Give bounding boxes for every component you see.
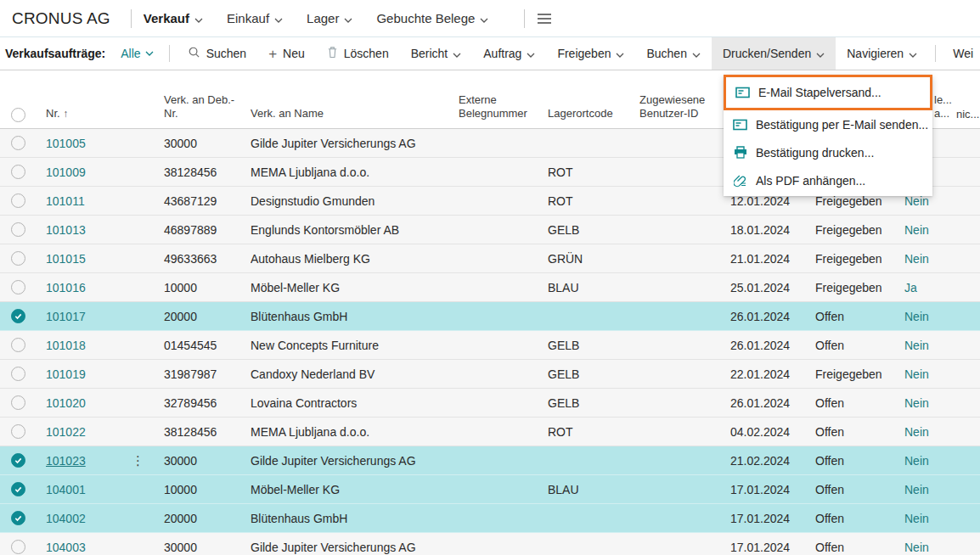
location-code[interactable]: ROT (548, 425, 573, 439)
delete-button[interactable]: Löschen (316, 37, 400, 70)
row-checkbox[interactable] (11, 482, 25, 496)
order-number-link[interactable]: 104003 (46, 541, 86, 554)
customer-number[interactable]: 31987987 (164, 367, 217, 381)
search-button[interactable]: Suchen (177, 37, 257, 70)
customer-number[interactable]: 38128456 (164, 425, 217, 439)
nav-item-verkauf[interactable]: Verkauf (144, 11, 203, 25)
column-header-nr[interactable]: Nr. ↑ (34, 107, 132, 128)
row-checkbox[interactable] (11, 395, 25, 410)
table-row[interactable]: 104001 ⋮ 10000 Möbel-Meller KG BLAU 17.0… (0, 475, 980, 504)
menu-freigeben[interactable]: Freigeben (546, 37, 635, 70)
flag-value[interactable]: Nein (904, 512, 929, 525)
nav-item-einkauf[interactable]: Einkauf (227, 11, 283, 25)
flag-value[interactable]: Nein (904, 425, 929, 439)
customer-number[interactable]: 20000 (164, 512, 197, 525)
flag-value[interactable]: Nein (904, 367, 929, 381)
table-row[interactable]: 101013 ⋮ 46897889 Englunds Kontorsmöbler… (0, 216, 980, 244)
flag-value[interactable]: Nein (904, 252, 929, 266)
menu-bericht[interactable]: Bericht (400, 37, 473, 70)
row-checkbox[interactable] (11, 424, 25, 439)
location-code[interactable]: ROT (548, 165, 573, 179)
row-checkbox[interactable] (11, 251, 25, 266)
column-header-name[interactable]: Verk. an Name (251, 107, 459, 128)
row-checkbox[interactable] (11, 511, 25, 525)
order-number-link[interactable]: 101017 (46, 310, 86, 323)
row-checkbox[interactable] (11, 193, 25, 208)
order-number-link[interactable]: 101022 (46, 425, 86, 439)
table-row[interactable]: 104003 ⋮ 30000 Gilde Jupiter Versicherun… (0, 533, 980, 555)
row-checkbox[interactable] (11, 453, 25, 468)
customer-number[interactable]: 38128456 (164, 165, 217, 179)
menu-drucken-senden[interactable]: Drucken/Senden (712, 37, 836, 70)
customer-number[interactable]: 49633663 (164, 252, 217, 266)
column-header-debnr[interactable]: Verk. an Deb.-Nr. (164, 93, 251, 129)
table-row[interactable]: 101015 ⋮ 49633663 Autohaus Mielberg KG G… (0, 244, 980, 273)
table-row[interactable]: 104002 ⋮ 20000 Blütenhaus GmbH 17.01.202… (0, 504, 980, 533)
location-code[interactable]: GELB (548, 367, 579, 381)
location-code[interactable]: GELB (548, 223, 579, 237)
customer-number[interactable]: 30000 (164, 454, 197, 468)
order-number-link[interactable]: 104002 (46, 512, 86, 525)
order-number-link[interactable]: 101016 (46, 281, 86, 294)
column-header-externe-belegnummer[interactable]: Externe Belegnummer (459, 93, 548, 129)
customer-number[interactable]: 10000 (164, 483, 197, 496)
customer-number[interactable]: 01454545 (164, 339, 217, 352)
flag-value[interactable]: Nein (904, 339, 929, 352)
flag-value[interactable]: Nein (904, 223, 929, 237)
row-checkbox[interactable] (11, 367, 25, 381)
column-header-truncated-1[interactable]: le... a... (934, 93, 952, 121)
order-number-link[interactable]: 101015 (46, 252, 86, 266)
location-code[interactable]: GRÜN (548, 252, 583, 266)
row-checkbox[interactable] (11, 309, 25, 323)
customer-number[interactable]: 10000 (164, 281, 197, 294)
menu-item-als-pdf-anhaengen[interactable]: Als PDF anhängen... (724, 166, 932, 194)
flag-value[interactable]: Nein (904, 454, 929, 468)
order-number-link[interactable]: 101013 (46, 223, 86, 237)
flag-value[interactable]: Nein (904, 483, 929, 496)
customer-number[interactable]: 30000 (164, 541, 197, 554)
nav-item-lager[interactable]: Lager (307, 11, 352, 25)
column-header-lagerortcode[interactable]: Lagerortcode (548, 107, 639, 128)
order-number-link[interactable]: 104001 (46, 483, 86, 496)
column-header-truncated-2[interactable]: nic... (956, 108, 979, 121)
table-row[interactable]: 101023 ⋮ 30000 Gilde Jupiter Versicherun… (0, 446, 980, 475)
flag-value[interactable]: Nein (904, 396, 929, 410)
location-code[interactable]: BLAU (548, 281, 579, 294)
customer-number[interactable]: 46897889 (164, 223, 217, 237)
order-number-link[interactable]: 101009 (46, 165, 86, 179)
row-checkbox[interactable] (11, 136, 25, 150)
new-button[interactable]: + Neu (257, 37, 316, 70)
customer-number[interactable]: 30000 (164, 137, 197, 150)
table-row[interactable]: 101019 ⋮ 31987987 Candoxy Nederland BV G… (0, 360, 980, 389)
flag-value[interactable]: Nein (904, 541, 929, 554)
flag-value[interactable]: Nein (904, 310, 929, 323)
row-checkbox[interactable] (11, 165, 25, 179)
table-row[interactable]: 101022 ⋮ 38128456 MEMA Ljubljana d.o.o. … (0, 418, 980, 446)
nav-item-gebuchte-belege[interactable]: Gebuchte Belege (376, 11, 488, 25)
location-code[interactable]: BLAU (548, 483, 579, 496)
customer-number[interactable]: 32789456 (164, 396, 217, 410)
order-number-link[interactable]: 101011 (46, 194, 85, 208)
more-options-button[interactable]: Wei (943, 37, 973, 70)
location-code[interactable]: ROT (548, 194, 573, 208)
order-number-link[interactable]: 101020 (46, 396, 86, 410)
order-number-link[interactable]: 101023 (46, 454, 86, 468)
menu-item-email-stapelversand[interactable]: E-Mail Stapelversand... (724, 75, 932, 110)
menu-navigieren[interactable]: Navigieren (836, 37, 928, 70)
location-code[interactable]: GELB (548, 339, 579, 352)
hamburger-menu-icon[interactable] (537, 13, 552, 25)
customer-number[interactable]: 43687129 (164, 194, 217, 208)
order-number-link[interactable]: 101005 (46, 137, 86, 150)
table-row[interactable]: 101018 ⋮ 01454545 New Concepts Furniture… (0, 331, 980, 360)
row-checkbox[interactable] (11, 338, 25, 352)
menu-buchen[interactable]: Buchen (635, 37, 711, 70)
view-filter-dropdown[interactable]: Alle (112, 37, 161, 70)
order-number-link[interactable]: 101018 (46, 339, 86, 352)
table-row[interactable]: 101017 ⋮ 20000 Blütenhaus GmbH 26.01.202… (0, 302, 980, 331)
menu-item-bestaetigung-drucken[interactable]: Bestätigung drucken... (724, 138, 932, 166)
column-header-zugewiesene-benutzer-id[interactable]: Zugewiesene Benutzer-ID (639, 93, 730, 129)
flag-value[interactable]: Ja (904, 281, 917, 294)
select-all-checkbox[interactable] (11, 108, 25, 122)
table-row[interactable]: 101016 ⋮ 10000 Möbel-Meller KG BLAU 25.0… (0, 273, 980, 302)
row-checkbox[interactable] (11, 280, 25, 294)
